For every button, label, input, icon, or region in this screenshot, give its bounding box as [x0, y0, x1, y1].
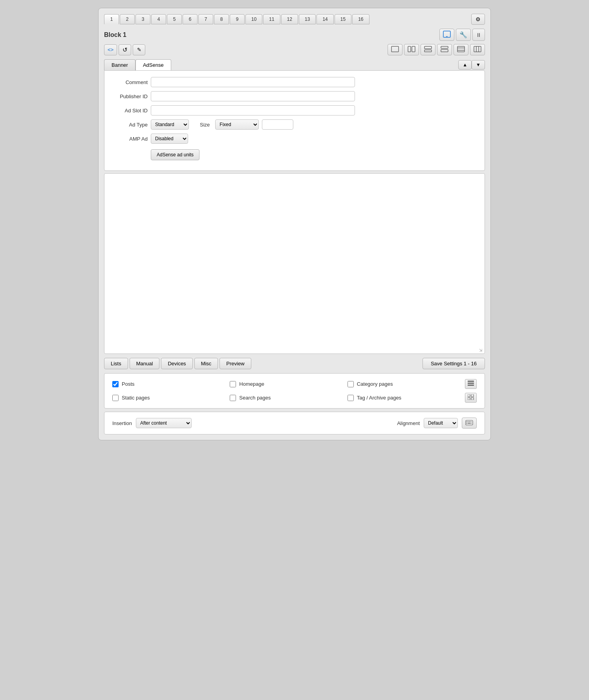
tab-13[interactable]: 13 [299, 14, 316, 24]
tab-adsense[interactable]: AdSense [135, 59, 171, 70]
preview-tab-button[interactable]: Preview [220, 358, 251, 369]
wrench-icon: 🔧 [459, 31, 467, 38]
svg-rect-20 [468, 398, 470, 400]
tab-10[interactable]: 10 [245, 14, 262, 24]
tab-15[interactable]: 15 [335, 14, 351, 24]
svg-rect-22 [466, 420, 473, 425]
tab-12[interactable]: 12 [281, 14, 298, 24]
amp-ad-label: AMP Ad [112, 136, 148, 142]
comment-input[interactable] [151, 77, 355, 87]
edit-button[interactable]: ✎ [133, 44, 145, 55]
tab-down-button[interactable]: ▼ [472, 60, 485, 70]
refresh-icon: ↺ [123, 46, 128, 53]
insertion-select[interactable]: After content Before content Before para… [136, 418, 192, 428]
resize-handle[interactable]: ⇲ [479, 348, 484, 353]
publisher-id-row: Publisher ID [112, 91, 477, 101]
tab-16[interactable]: 16 [352, 14, 369, 24]
tab-9[interactable]: 9 [230, 14, 245, 24]
grid-icon-area-2 [465, 393, 477, 403]
list-view-button[interactable] [465, 379, 477, 389]
category-pages-checkbox[interactable] [348, 381, 354, 387]
insertion-left: Insertion After content Before content B… [112, 418, 192, 428]
size-value-input[interactable] [262, 119, 293, 130]
amp-ad-select[interactable]: Disabled Enabled [151, 134, 188, 144]
adsense-ad-units-button[interactable]: AdSense ad units [151, 149, 199, 160]
category-pages-label[interactable]: Category pages [357, 381, 393, 387]
bottom-bar: Lists Manual Devices Misc Preview Save S… [104, 358, 485, 369]
layout-rows-button[interactable] [454, 44, 468, 55]
insertion-label: Insertion [112, 420, 132, 426]
ad-type-select[interactable]: Standard Auto Link [151, 119, 189, 130]
content-section: Banner AdSense ▲ ▼ Comment Publisher ID … [104, 59, 485, 171]
tab-6[interactable]: 6 [183, 14, 198, 24]
tab-up-button[interactable]: ▲ [458, 60, 472, 70]
layout-top-icon [424, 46, 432, 53]
svg-rect-11 [457, 46, 465, 52]
svg-rect-19 [471, 394, 474, 397]
tablet-icon [443, 31, 451, 39]
keyboard-button[interactable] [462, 418, 477, 429]
layout-rows-icon [457, 46, 465, 53]
save-settings-button[interactable]: Save Settings 1 - 16 [423, 358, 485, 369]
svg-rect-24 [468, 421, 469, 422]
tab-5[interactable]: 5 [167, 14, 182, 24]
svg-rect-2 [391, 46, 399, 52]
publisher-id-input[interactable] [151, 91, 355, 101]
search-pages-checkbox-item: Search pages [230, 395, 347, 401]
svg-rect-4 [412, 46, 415, 52]
layout-bottom-button[interactable] [437, 44, 452, 55]
code-icon: <> [108, 47, 113, 53]
tab-7[interactable]: 7 [198, 14, 213, 24]
pause-icon: ⏸ [476, 32, 481, 38]
ad-slot-id-input[interactable] [151, 105, 355, 115]
alignment-select[interactable]: Default Left Center Right [424, 418, 458, 428]
svg-rect-3 [408, 46, 411, 52]
svg-rect-27 [466, 423, 467, 423]
ad-type-row: Ad Type Standard Auto Link Size Fixed Re… [112, 119, 477, 130]
tab-2[interactable]: 2 [120, 14, 135, 24]
wrench-button[interactable]: 🔧 [456, 29, 471, 41]
svg-rect-21 [471, 398, 474, 400]
tab-8[interactable]: 8 [214, 14, 229, 24]
tag-archive-label[interactable]: Tag / Archive pages [357, 395, 401, 401]
tablet-view-button[interactable] [439, 29, 454, 41]
homepage-checkbox[interactable] [230, 381, 236, 387]
posts-label[interactable]: Posts [122, 381, 135, 387]
static-pages-checkbox[interactable] [112, 395, 119, 401]
edit-icon: ✎ [137, 47, 141, 53]
layout-full-button[interactable] [388, 44, 402, 55]
tabs-row: 1 2 3 4 5 6 7 8 9 10 11 12 13 14 15 16 ⚙ [104, 14, 485, 25]
refresh-button[interactable]: ↺ [119, 44, 131, 55]
static-pages-label[interactable]: Static pages [122, 395, 150, 401]
tag-archive-checkbox[interactable] [348, 395, 354, 401]
layout-split-button[interactable] [404, 44, 419, 55]
manual-tab-button[interactable]: Manual [130, 358, 160, 369]
svg-rect-17 [468, 385, 474, 386]
posts-checkbox[interactable] [112, 381, 119, 387]
homepage-label[interactable]: Homepage [239, 381, 264, 387]
svg-rect-15 [468, 381, 474, 382]
layout-top-button[interactable] [421, 44, 435, 55]
toolbar-left: <> ↺ ✎ [104, 44, 145, 55]
size-select[interactable]: Fixed Responsive Auto [215, 119, 259, 130]
search-pages-label[interactable]: Search pages [239, 395, 271, 401]
tab-4[interactable]: 4 [151, 14, 166, 24]
static-pages-checkbox-item: Static pages [112, 395, 230, 401]
layout-cols-button[interactable] [470, 44, 485, 55]
adsense-btn-row: AdSense ad units [112, 148, 477, 160]
pause-button[interactable]: ⏸ [472, 29, 485, 41]
tab-14[interactable]: 14 [316, 14, 333, 24]
settings-gear-button[interactable]: ⚙ [471, 14, 485, 25]
devices-tab-button[interactable]: Devices [161, 358, 192, 369]
code-button[interactable]: <> [104, 44, 117, 55]
lists-tab-button[interactable]: Lists [104, 358, 128, 369]
grid-view-button[interactable] [465, 393, 477, 403]
search-pages-checkbox[interactable] [230, 395, 236, 401]
misc-tab-button[interactable]: Misc [194, 358, 218, 369]
tab-banner[interactable]: Banner [104, 59, 135, 70]
layout-split-icon [408, 46, 415, 53]
tab-3[interactable]: 3 [135, 14, 150, 24]
tab-1[interactable]: 1 [104, 14, 119, 24]
svg-rect-1 [446, 36, 448, 37]
tab-11[interactable]: 11 [263, 14, 280, 24]
